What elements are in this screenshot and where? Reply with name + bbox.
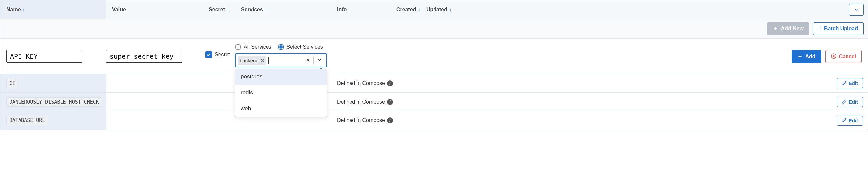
edit-label: Edit [849,118,858,124]
radio-all-services[interactable]: All Services [235,44,272,50]
radio-selected-icon [278,44,284,50]
edit-label: Edit [849,80,858,86]
chevron-down-icon [854,7,859,12]
clear-all-icon[interactable]: ✕ [306,57,310,63]
add-new-label: Add New [781,26,803,32]
var-name-badge: DANGEROUSLY_DISABLE_HOST_CHECK [6,97,102,107]
radio-unselected-icon [235,44,241,50]
header-name[interactable]: Name ↓ [0,0,106,19]
info-text: Defined in Compose [337,99,385,105]
value-input[interactable] [106,50,182,62]
radio-all-label: All Services [244,44,272,50]
cancel-icon: ⓧ [831,53,836,60]
header-services[interactable]: Services ↓ [235,7,331,12]
expand-button[interactable] [849,4,864,16]
checkbox-checked-icon [205,51,212,58]
header-expand [450,4,868,16]
secret-label: Secret [215,52,230,58]
radio-select-label: Select Services [287,44,323,50]
info-icon[interactable]: i [387,80,393,86]
text-cursor [268,57,269,64]
info-text: Defined in Compose [337,80,385,86]
info-icon[interactable]: i [387,117,393,124]
add-label: Add [805,54,815,60]
cancel-label: Cancel [839,54,856,60]
header-secret-label: Secret [209,7,225,12]
table-row: DANGEROUSLY_DISABLE_HOST_CHECK Defined i… [0,93,868,111]
edit-button[interactable]: Edit [837,115,863,126]
dropdown-toggle[interactable] [317,57,322,63]
info-icon[interactable]: i [387,99,393,105]
info-text: Defined in Compose [337,117,385,124]
sort-down-icon: ↓ [265,7,267,12]
header-created-label: Created [397,7,416,12]
sort-down-icon: ↓ [23,7,25,12]
chip-label: backend [240,58,258,63]
cancel-button[interactable]: ⓧ Cancel [825,50,862,63]
batch-upload-label: Batch Upload [824,26,858,32]
new-var-row: Secret All Services Select Services back… [0,39,868,74]
dropdown-option-redis[interactable]: redis [236,85,327,101]
var-name-badge: CI [6,79,18,88]
table-row: DATABASE_URL Defined in Compose i Edit [0,111,868,130]
chevron-down-icon [317,57,322,62]
header-services-label: Services [241,7,263,12]
plus-icon: ＋ [797,53,803,60]
header-info-label: Info [337,7,346,12]
services-dropdown: postgres redis web [235,69,327,117]
action-bar: ＋ Add New ↑ Batch Upload [0,19,868,39]
pencil-icon [841,81,846,86]
header-info[interactable]: Info ↓ [331,7,391,12]
radio-select-services[interactable]: Select Services [278,44,323,50]
pencil-icon [841,118,846,123]
var-name-badge: DATABASE_URL [6,116,48,125]
upload-icon: ↑ [819,26,822,32]
add-button[interactable]: ＋ Add [792,50,821,63]
secret-checkbox-wrap[interactable]: Secret [205,51,235,58]
service-chip: backend ✕ [238,56,266,64]
services-multiselect[interactable]: backend ✕ ✕ postgres redis web [235,53,327,67]
plus-icon: ＋ [773,25,778,32]
header-updated-label: Updated [426,7,447,12]
table-header: Name ↓ Value Secret ↓ Services ↓ Info ↓ … [0,0,868,19]
env-var-table: Name ↓ Value Secret ↓ Services ↓ Info ↓ … [0,0,868,130]
sort-down-icon: ↓ [348,7,351,12]
header-secret[interactable]: Secret ↓ [205,7,235,12]
add-new-button: ＋ Add New [767,22,809,35]
header-name-label: Name [6,7,21,12]
services-radio-group: All Services Select Services [235,44,331,50]
dropdown-option-web[interactable]: web [236,101,327,116]
sort-down-icon: ↓ [227,7,229,12]
edit-button[interactable]: Edit [837,78,863,88]
header-value[interactable]: Value [106,7,205,12]
name-input[interactable] [6,50,82,62]
edit-button[interactable]: Edit [837,97,863,107]
header-value-label: Value [112,7,126,12]
batch-upload-button[interactable]: ↑ Batch Upload [813,22,864,35]
header-updated[interactable]: Updated ↓ [420,7,450,12]
table-row: CI Defined in Compose i Edit [0,74,868,93]
divider [313,57,314,64]
chip-remove-icon[interactable]: ✕ [260,58,264,63]
edit-label: Edit [849,99,858,105]
header-created[interactable]: Created ↓ [391,7,420,12]
pencil-icon [841,100,846,104]
dropdown-option-postgres[interactable]: postgres [236,69,327,85]
